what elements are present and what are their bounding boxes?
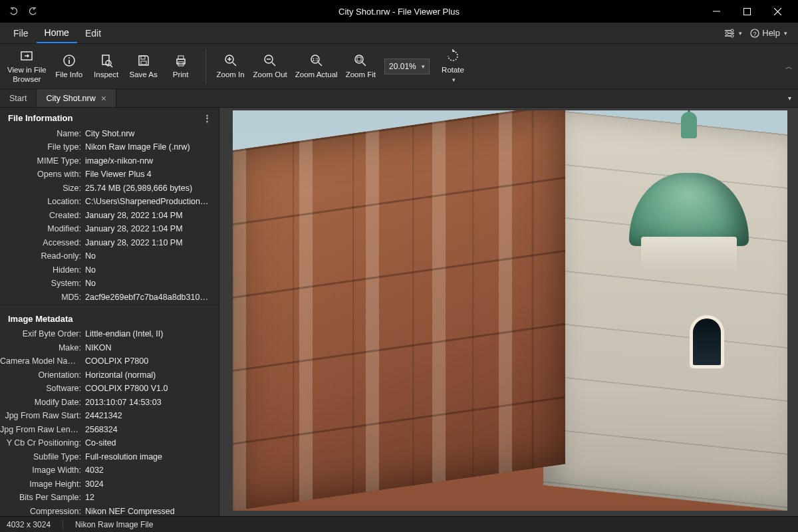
- zoom-fit-button[interactable]: Zoom Fit: [342, 47, 379, 86]
- info-value: COOLPIX P7800 V1.0: [85, 383, 212, 395]
- info-row: Modified:January 28, 2022 1:04 PM: [0, 223, 219, 237]
- rotate-icon: [446, 48, 460, 64]
- save-as-button[interactable]: Save As: [126, 47, 162, 86]
- info-value: No: [85, 278, 212, 290]
- print-button[interactable]: Print: [163, 47, 199, 86]
- tab-overflow-button[interactable]: ▾: [781, 89, 798, 107]
- info-row: Read-only:No: [0, 250, 219, 264]
- info-value: 25.74 MB (26,989,666 bytes): [85, 183, 212, 195]
- menu-home[interactable]: Home: [37, 23, 77, 43]
- close-button[interactable]: [762, 0, 793, 23]
- info-label: Jpg From Raw Length:: [0, 424, 85, 436]
- info-value: Little-endian (Intel, II): [85, 329, 212, 340]
- info-row: MIME Type:image/x-nikon-nrw: [0, 154, 219, 168]
- settings-button[interactable]: ▾: [724, 29, 742, 38]
- info-label: Jpg From Raw Start:: [0, 410, 85, 422]
- ribbon-label: Inspect: [94, 70, 118, 80]
- menu-edit[interactable]: Edit: [77, 24, 109, 43]
- info-value: 3024: [85, 479, 212, 491]
- print-icon: [174, 53, 188, 68]
- info-value: No: [85, 251, 212, 263]
- info-row: Jpg From Raw Start:24421342: [0, 410, 219, 424]
- info-label: Read-only:: [0, 251, 85, 263]
- info-value: January 28, 2022 1:04 PM: [85, 223, 212, 235]
- svg-rect-0: [743, 8, 750, 15]
- info-value: 2013:10:07 14:53:03: [85, 397, 212, 409]
- info-value: NIKON: [85, 342, 212, 354]
- info-label: Bits Per Sample:: [0, 492, 85, 504]
- section-title: Image Metadata: [8, 314, 73, 324]
- info-label: Camera Model Name:: [0, 356, 85, 368]
- info-row: Opens with:File Viewer Plus 4: [0, 168, 219, 182]
- info-label: Opens with:: [0, 169, 85, 181]
- ribbon-label: File Info: [55, 70, 82, 80]
- zoom-actual-button[interactable]: 1:1Zoom Actual: [292, 47, 341, 86]
- info-value: January 28, 2022 1:04 PM: [85, 210, 212, 222]
- status-bar: 4032 x 3024 Nikon Raw Image File: [0, 516, 798, 532]
- svg-point-2: [726, 32, 728, 35]
- tab-start[interactable]: Start: [0, 89, 37, 107]
- info-value: 12: [85, 492, 212, 504]
- svg-point-1: [731, 29, 733, 32]
- info-row: Subfile Type:Full-resolution image: [0, 450, 219, 464]
- info-row: Location:C:\Users\SharpenedProductions\D…: [0, 196, 219, 209]
- view-browser-icon: [19, 48, 34, 64]
- minimize-button[interactable]: [701, 0, 732, 23]
- info-row: Image Height:3024: [0, 477, 219, 491]
- ribbon-label: Save As: [129, 70, 157, 80]
- help-button[interactable]: ? Help ▾: [750, 28, 787, 38]
- info-label: Compression:: [0, 506, 85, 517]
- info-row: Y Cb Cr Positioning:Co-sited: [0, 437, 219, 451]
- info-row: Accessed:January 28, 2022 1:10 PM: [0, 236, 219, 250]
- maximize-button[interactable]: [732, 0, 762, 23]
- info-row: Exif Byte Order:Little-endian (Intel, II…: [0, 328, 219, 342]
- file-info-button[interactable]: File Info: [51, 47, 87, 86]
- zoom-in-button[interactable]: Zoom In: [213, 47, 249, 86]
- zoom-out-button[interactable]: Zoom Out: [250, 47, 291, 86]
- info-label: Y Cb Cr Positioning:: [0, 438, 85, 450]
- title-bar: City Shot.nrw - File Viewer Plus: [0, 0, 798, 23]
- info-row: MD5:2acf9e269ebf7c7ba48a8db310b4fb2f: [0, 291, 219, 305]
- menu-file[interactable]: File: [5, 24, 37, 43]
- ribbon-label: Zoom Fit: [346, 70, 376, 80]
- info-row: Camera Model Name:COOLPIX P7800: [0, 355, 219, 369]
- rotate-button[interactable]: Rotate▾: [435, 47, 471, 86]
- info-value: Nikon NEF Compressed: [85, 506, 212, 517]
- info-value: City Shot.nrw: [85, 128, 212, 140]
- info-label: Created:: [0, 210, 85, 222]
- info-label: Image Width:: [0, 465, 85, 477]
- view-browser-button[interactable]: View in FileBrowser: [4, 47, 50, 86]
- ribbon: View in FileBrowserFile InfoInspectSave …: [0, 44, 798, 89]
- svg-point-10: [106, 61, 111, 66]
- status-filetype: Nikon Raw Image File: [75, 520, 153, 529]
- zoom-level-select[interactable]: 20.01% ▾: [384, 59, 430, 74]
- file-info-icon: [62, 53, 76, 68]
- info-row: Bits Per Sample:12: [0, 491, 219, 505]
- info-scroll[interactable]: File Information ⋮ Name:City Shot.nrwFil…: [0, 108, 219, 516]
- section-menu-button[interactable]: ⋮: [203, 113, 212, 123]
- status-dimensions: 4032 x 3024: [7, 520, 51, 529]
- info-panel: File Information ⋮ Name:City Shot.nrwFil…: [0, 108, 219, 516]
- close-tab-button[interactable]: ×: [101, 93, 106, 104]
- redo-button[interactable]: [27, 5, 39, 17]
- collapse-ribbon-button[interactable]: ︿: [785, 61, 793, 71]
- info-value: image/x-nikon-nrw: [85, 156, 212, 168]
- info-row: System:No: [0, 277, 219, 291]
- rotate-label: Rotate▾: [442, 66, 464, 84]
- info-label: Orientation:: [0, 370, 85, 382]
- info-row: Size:25.74 MB (26,989,666 bytes): [0, 182, 219, 196]
- undo-button[interactable]: [8, 5, 20, 17]
- chevron-down-icon: ▾: [784, 30, 787, 37]
- info-row: Modify Date:2013:10:07 14:53:03: [0, 396, 219, 410]
- image-viewer[interactable]: [219, 108, 798, 516]
- inspect-button[interactable]: Inspect: [88, 47, 124, 86]
- info-label: Image Height:: [0, 479, 85, 491]
- ribbon-separator: [205, 49, 206, 84]
- svg-point-8: [68, 57, 70, 59]
- tab-document[interactable]: City Shot.nrw ×: [37, 89, 116, 107]
- info-label: Software:: [0, 383, 85, 395]
- ribbon-label: Zoom In: [217, 70, 245, 80]
- zoom-value: 20.01%: [389, 62, 416, 71]
- svg-text:?: ?: [753, 30, 757, 37]
- info-value: Full-resolution image: [85, 452, 212, 464]
